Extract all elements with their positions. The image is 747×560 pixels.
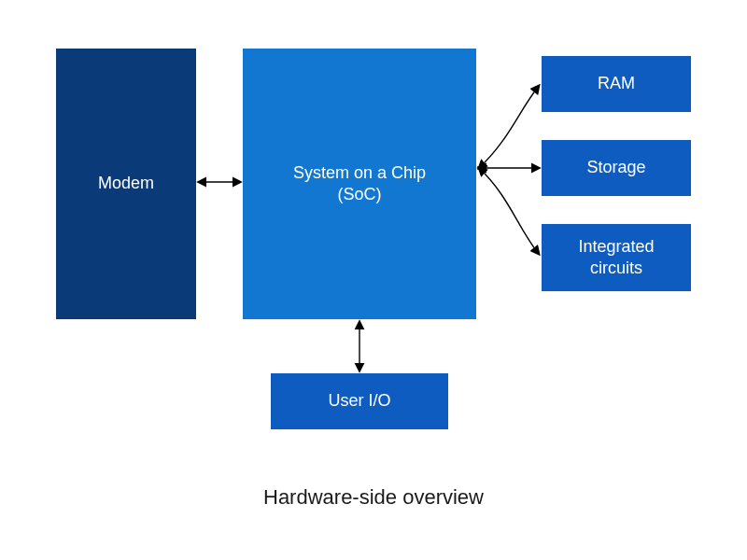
block-userio-label: User I/O	[328, 390, 390, 412]
block-storage: Storage	[542, 140, 691, 196]
block-soc: System on a Chip (SoC)	[243, 49, 476, 319]
block-modem-label: Modem	[98, 173, 154, 194]
block-ram: RAM	[542, 56, 691, 112]
block-storage-label: Storage	[586, 157, 645, 178]
arrow-soc-ic	[479, 168, 539, 254]
block-modem: Modem	[56, 49, 196, 319]
block-soc-label: System on a Chip (SoC)	[293, 162, 426, 206]
diagram-caption: Hardware-side overview	[0, 485, 747, 510]
block-ic: Integrated circuits	[542, 224, 691, 291]
diagram-caption-text: Hardware-side overview	[263, 485, 484, 509]
arrow-soc-ram	[479, 86, 539, 168]
block-ram-label: RAM	[598, 73, 635, 94]
block-userio: User I/O	[271, 373, 448, 429]
block-ic-label: Integrated circuits	[578, 236, 654, 280]
